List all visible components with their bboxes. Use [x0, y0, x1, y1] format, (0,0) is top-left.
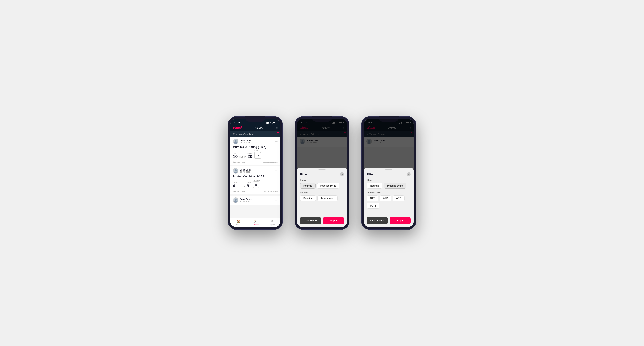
avatar-3 — [233, 197, 238, 203]
filter-overlay-3: Filter ✕ Show Rounds Practice Drills Pra… — [364, 119, 414, 227]
data-source-2: Data: Clippd Capture — [263, 191, 278, 192]
user-date-2: 28 Feb 2023 — [240, 171, 252, 173]
card-header-2: Josh Coles 28 Feb 2023 ••• — [233, 168, 278, 173]
user-date-3: 28 Feb 2023 — [240, 200, 252, 202]
activity-list-1: Josh Coles 28 Feb 2023 ••• Must Make Put… — [230, 137, 280, 218]
user-info-2: Josh Coles 28 Feb 2023 — [233, 168, 252, 173]
user-details-1: Josh Coles 28 Feb 2023 — [240, 139, 252, 144]
signal-bar-4 — [268, 122, 269, 124]
stats-row-1: Score 10 OUT OF Shots 20 Shot Quality 75 — [233, 150, 278, 159]
notification-dot-1 — [277, 132, 279, 133]
filter-sheet-2: Filter ✕ Show Rounds Practice Drills Rou… — [297, 168, 347, 227]
capture-label-1: Capture — [269, 223, 275, 225]
user-details-3: Josh Coles 28 Feb 2023 — [240, 198, 252, 202]
user-details-2: Josh Coles 28 Feb 2023 — [240, 169, 252, 173]
signal-bar-3 — [267, 122, 268, 124]
nav-activities-1[interactable]: 🏃 Activities — [247, 219, 264, 225]
phone-3: 11:33 ▲ cli — [361, 116, 416, 230]
practice-drills-options-3: OTT APP ARG PUTT — [367, 195, 411, 209]
filter-title-3: Filter — [367, 173, 374, 176]
practice-drills-section-3: Practice Drills — [367, 191, 411, 194]
sheet-footer-2: Clear Filters Apply — [300, 214, 344, 224]
activity-title-1: Must Make Putting (3-6 ft) — [233, 145, 278, 149]
more-dots-2[interactable]: ••• — [275, 169, 278, 173]
info-text-1: ℹ Test Information — [233, 161, 245, 163]
shot-quality-2: Shot Quality 45 — [252, 179, 260, 188]
sheet-footer-3: Clear Filters Apply — [367, 214, 411, 224]
show-label-3: Show — [367, 179, 411, 181]
practice-drills-btn-3[interactable]: Practice Drills — [384, 183, 406, 189]
sq-badge-2: 45 — [253, 181, 260, 188]
card-footer-1: ℹ Test Information Data: Clippd Capture — [233, 160, 278, 163]
show-options-3: Rounds Practice Drills — [367, 183, 411, 189]
capture-icon-1: ⊕ — [271, 219, 273, 223]
sheet-handle-3 — [385, 170, 392, 170]
signal-bar-1 — [266, 123, 266, 124]
practice-drills-btn-2[interactable]: Practice Drills — [317, 183, 340, 189]
viewing-text-1: Viewing Activities — [236, 133, 252, 135]
menu-icon-1[interactable]: ≡ — [276, 126, 278, 129]
close-btn-2[interactable]: ✕ — [340, 172, 344, 176]
out-of-2: OUT OF — [238, 185, 245, 188]
show-options-2: Rounds Practice Drills — [300, 183, 344, 189]
shots-value-1: 20 — [248, 154, 252, 159]
sheet-handle-2 — [318, 170, 326, 170]
header-title-1: Activity — [255, 126, 263, 129]
ott-btn-3[interactable]: OTT — [367, 195, 378, 201]
viewing-bar-1[interactable]: ⚙ Viewing Activities — [230, 131, 280, 137]
rounds-options-2: Practice Tournament — [300, 195, 344, 201]
shots-stat-1: Shots 20 — [248, 153, 252, 159]
nav-home-1[interactable]: 🏠 Home — [230, 219, 247, 225]
filter-overlay-2: Filter ✕ Show Rounds Practice Drills Rou… — [297, 119, 347, 227]
apply-btn-2[interactable]: Apply — [323, 217, 344, 224]
signal-bar-2 — [266, 123, 267, 124]
arg-btn-3[interactable]: ARG — [393, 195, 405, 201]
score-value-2: 0 — [233, 184, 237, 188]
activity-card-1[interactable]: Josh Coles 28 Feb 2023 ••• Must Make Put… — [230, 137, 280, 165]
status-icons-1: ▲ — [266, 122, 276, 124]
filter-sheet-3: Filter ✕ Show Rounds Practice Drills Pra… — [364, 168, 414, 227]
user-name-3: Josh Coles — [240, 198, 252, 200]
tournament-btn-2[interactable]: Tournament — [318, 195, 338, 201]
signal-bars-1 — [266, 122, 269, 124]
show-label-2: Show — [300, 179, 344, 181]
home-icon-1: 🏠 — [237, 219, 240, 223]
sq-badge-1: 75 — [254, 152, 261, 159]
more-dots-3[interactable]: ••• — [275, 199, 278, 202]
activity-title-2: Putting Combine (3-15 ft) — [233, 175, 278, 178]
sheet-header-3: Filter ✕ — [367, 172, 411, 176]
phone-2-inner: 11:33 ▲ cli — [297, 119, 347, 227]
clear-filters-btn-3[interactable]: Clear Filters — [367, 217, 388, 224]
card-footer-2: ℹ Test Information Data: Clippd Capture — [233, 190, 278, 192]
rounds-btn-3[interactable]: Rounds — [367, 183, 382, 189]
activities-icon-1: 🏃 — [253, 219, 257, 223]
phone-2: 11:33 ▲ cli — [294, 116, 350, 230]
user-name-2: Josh Coles — [240, 169, 252, 171]
sheet-header-2: Filter ✕ — [300, 172, 344, 176]
app-btn-3[interactable]: APP — [380, 195, 391, 201]
clear-filters-btn-2[interactable]: Clear Filters — [300, 217, 321, 224]
filter-icon-1: ⚙ — [233, 133, 235, 135]
activity-card-3[interactable]: Josh Coles 28 Feb 2023 ••• — [230, 195, 280, 205]
close-btn-3[interactable]: ✕ — [407, 172, 411, 176]
filter-title-2: Filter — [300, 173, 307, 176]
info-text-2: ℹ Test Information — [233, 191, 245, 192]
more-dots-1[interactable]: ••• — [275, 140, 278, 143]
phones-container: 11:33 ▲ clippd Activity — [228, 116, 416, 230]
user-info-3: Josh Coles 28 Feb 2023 — [233, 197, 252, 203]
activity-card-2[interactable]: Josh Coles 28 Feb 2023 ••• Putting Combi… — [230, 166, 280, 194]
avatar-2 — [233, 168, 238, 173]
phone-1-inner: 11:33 ▲ clippd Activity — [230, 119, 280, 227]
score-value-1: 10 — [233, 154, 238, 159]
shots-stat-2: Shots 9 — [247, 182, 251, 188]
phone-3-inner: 11:33 ▲ cli — [364, 119, 414, 227]
nav-capture-1[interactable]: ⊕ Capture — [264, 219, 280, 225]
rounds-btn-2[interactable]: Rounds — [300, 183, 316, 189]
apply-btn-3[interactable]: Apply — [390, 217, 411, 224]
battery-1 — [272, 122, 276, 124]
practice-btn-2[interactable]: Practice — [300, 195, 316, 201]
user-info-1: Josh Coles 28 Feb 2023 — [233, 139, 252, 144]
shot-quality-1: Shot Quality 75 — [254, 150, 262, 159]
putt-btn-3[interactable]: PUTT — [367, 203, 380, 209]
user-date-1: 28 Feb 2023 — [240, 142, 252, 144]
